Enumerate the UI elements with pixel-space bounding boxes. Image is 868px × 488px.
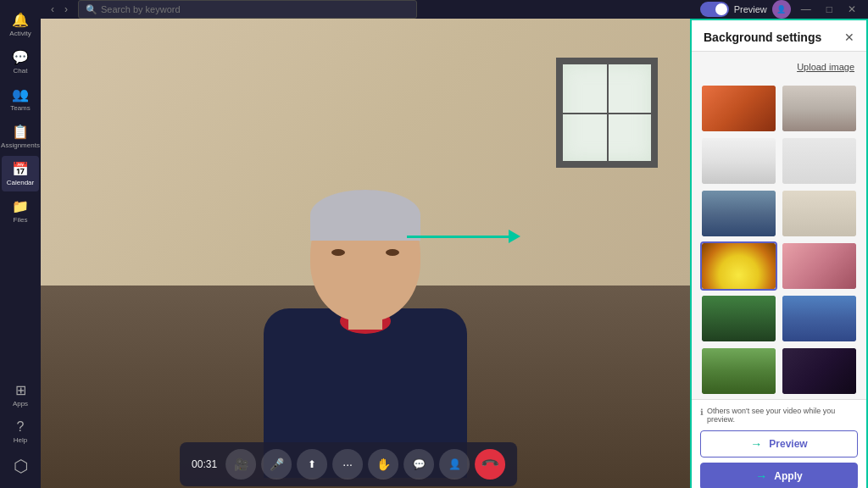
background-thumbnail-bg12[interactable] bbox=[781, 347, 858, 396]
hand-icon: ✋ bbox=[376, 458, 391, 471]
background-thumbnail-bg10[interactable] bbox=[781, 294, 858, 343]
more-icon: ··· bbox=[342, 458, 353, 471]
person-head bbox=[310, 190, 420, 321]
assignments-icon: 📋 bbox=[12, 124, 29, 140]
camera-button[interactable]: 🎥 bbox=[225, 449, 256, 480]
apply-button[interactable]: → Apply bbox=[700, 463, 858, 488]
call-controls: 00:31 🎥 🎤 ⬆ ··· ✋ bbox=[180, 442, 517, 486]
chat-icon: 💬 bbox=[413, 458, 426, 470]
sidebar-item-assignments[interactable]: 📋 Assignments bbox=[2, 119, 39, 154]
background-thumbnail-bg11[interactable] bbox=[700, 347, 777, 396]
sidebar-item-label: Assignments bbox=[1, 141, 40, 149]
preview-button[interactable]: → Preview bbox=[700, 430, 858, 458]
close-window-button[interactable]: ✕ bbox=[843, 2, 861, 17]
nav-back-button[interactable]: ‹ bbox=[47, 2, 58, 17]
share-icon: ⬆ bbox=[308, 458, 316, 470]
sidebar-item-calendar[interactable]: 📅 Calendar bbox=[2, 156, 39, 191]
window-controls: Preview 👤 — □ ✕ bbox=[700, 0, 861, 19]
camera-icon: 🎥 bbox=[234, 458, 248, 471]
mic-button[interactable]: 🎤 bbox=[261, 449, 292, 480]
chat-icon: 💬 bbox=[12, 49, 29, 65]
panel-title: Background settings bbox=[704, 30, 821, 44]
sidebar-item-label: Files bbox=[14, 216, 28, 224]
background-settings-panel: Background settings ✕ Upload image ℹ Oth… bbox=[690, 19, 868, 488]
sidebar-item-label: Help bbox=[14, 436, 27, 444]
nav-buttons: ‹ › bbox=[47, 2, 71, 17]
help-icon: ? bbox=[17, 419, 25, 435]
participants-icon: 👤 bbox=[448, 458, 461, 470]
activity-icon: 🔔 bbox=[12, 12, 29, 28]
sidebar: 🔔 Activity 💬 Chat 👥 Teams 📋 Assignments … bbox=[0, 0, 41, 488]
calendar-icon: 📅 bbox=[12, 161, 29, 177]
nav-forward-button[interactable]: › bbox=[61, 2, 71, 17]
status-icon: ⬡ bbox=[14, 456, 28, 476]
preview-button-label: Preview bbox=[769, 438, 807, 450]
background-thumbnail-bg3[interactable] bbox=[700, 136, 777, 186]
chat-button[interactable]: 💬 bbox=[403, 449, 434, 480]
avatar-initials: 👤 bbox=[776, 5, 786, 14]
sidebar-item-help[interactable]: ? Help bbox=[2, 414, 39, 449]
sidebar-item-activity[interactable]: 🔔 Activity bbox=[2, 7, 39, 42]
upload-image-button[interactable]: Upload image bbox=[797, 62, 854, 72]
background-thumbnail-bg7[interactable] bbox=[700, 241, 777, 291]
preview-note-text: Others won't see your video while you pr… bbox=[707, 407, 858, 424]
call-timer: 00:31 bbox=[192, 458, 217, 470]
background-grid bbox=[692, 80, 866, 399]
sidebar-item-status[interactable]: ⬡ bbox=[2, 451, 39, 481]
person-video bbox=[247, 190, 484, 478]
more-options-button[interactable]: ··· bbox=[332, 449, 363, 480]
info-icon: ℹ bbox=[700, 408, 704, 417]
preview-toggle-switch[interactable] bbox=[700, 2, 729, 17]
sidebar-item-label: Chat bbox=[14, 67, 28, 75]
sidebar-item-teams[interactable]: 👥 Teams bbox=[2, 81, 39, 117]
preview-arrow-icon: → bbox=[750, 437, 762, 451]
main-content: ‹ › 🔍 Preview 👤 — □ ✕ bbox=[41, 0, 868, 488]
teams-icon: 👥 bbox=[12, 86, 29, 103]
raise-hand-button[interactable]: ✋ bbox=[368, 449, 398, 480]
sidebar-item-label: Apps bbox=[13, 400, 28, 408]
sidebar-item-chat[interactable]: 💬 Chat bbox=[2, 44, 39, 80]
background-thumbnail-bg5[interactable] bbox=[700, 189, 777, 238]
preview-note: ℹ Others won't see your video while you … bbox=[700, 407, 858, 424]
share-screen-button[interactable]: ⬆ bbox=[297, 449, 327, 480]
background-thumbnail-bg1[interactable] bbox=[700, 84, 777, 133]
end-call-icon: 📞 bbox=[480, 454, 499, 474]
preview-label: Preview bbox=[734, 4, 767, 14]
apply-button-label: Apply bbox=[774, 470, 802, 482]
background-thumbnail-bg2[interactable] bbox=[781, 84, 858, 133]
video-background bbox=[41, 19, 690, 488]
mic-icon: 🎤 bbox=[270, 458, 284, 471]
background-thumbnail-bg9[interactable] bbox=[700, 294, 777, 343]
upload-section: Upload image bbox=[692, 52, 866, 80]
end-call-button[interactable]: 📞 bbox=[475, 449, 505, 480]
title-bar: ‹ › 🔍 Preview 👤 — □ ✕ bbox=[41, 0, 868, 19]
files-icon: 📁 bbox=[12, 198, 29, 214]
search-icon: 🔍 bbox=[86, 4, 97, 15]
apps-icon: ⊞ bbox=[15, 382, 26, 398]
video-feed: 00:31 🎥 🎤 ⬆ ··· ✋ bbox=[41, 19, 690, 488]
sidebar-item-label: Calendar bbox=[7, 179, 34, 186]
background-thumbnail-bg6[interactable] bbox=[781, 189, 858, 238]
minimize-button[interactable]: — bbox=[796, 2, 816, 17]
background-thumbnail-bg8[interactable] bbox=[781, 241, 858, 291]
window-frame bbox=[556, 58, 658, 168]
apply-arrow-icon: → bbox=[755, 469, 767, 483]
panel-footer: ℹ Others won't see your video while you … bbox=[692, 399, 866, 488]
sidebar-item-files[interactable]: 📁 Files bbox=[2, 193, 39, 229]
video-area: 00:31 🎥 🎤 ⬆ ··· ✋ bbox=[41, 19, 868, 488]
sidebar-item-label: Teams bbox=[10, 104, 31, 112]
search-bar[interactable]: 🔍 bbox=[78, 0, 417, 19]
participants-button[interactable]: 👤 bbox=[439, 449, 470, 480]
panel-close-button[interactable]: ✕ bbox=[844, 30, 854, 44]
panel-header: Background settings ✕ bbox=[692, 20, 866, 52]
sidebar-item-apps[interactable]: ⊞ Apps bbox=[2, 377, 39, 413]
preview-toggle[interactable]: Preview bbox=[700, 2, 767, 17]
sidebar-item-label: Activity bbox=[9, 30, 31, 37]
search-input[interactable] bbox=[101, 4, 409, 14]
background-thumbnail-bg4[interactable] bbox=[781, 136, 858, 186]
person-hair bbox=[310, 190, 420, 241]
user-avatar[interactable]: 👤 bbox=[772, 0, 791, 19]
maximize-button[interactable]: □ bbox=[821, 2, 837, 17]
